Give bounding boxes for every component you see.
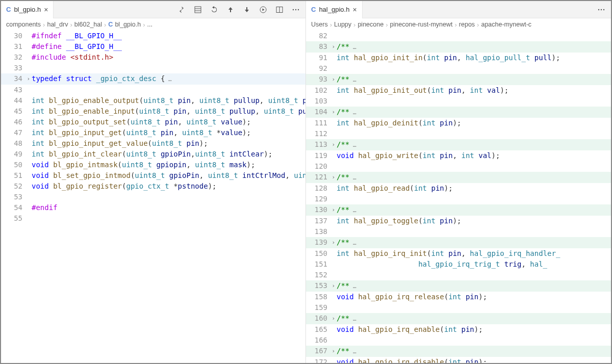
svg-point-10 [601, 9, 602, 10]
crumb[interactable]: repos [459, 21, 475, 28]
code-line[interactable]: 48int bl_gpio_input_get_value(uint8_t pi… [1, 138, 305, 149]
crumb[interactable]: Luppy [334, 21, 351, 28]
code-line[interactable]: 128int hal_gpio_read(int pin); [306, 183, 611, 194]
code-content: void hal_gpio_write(int pin, int val); [337, 150, 611, 161]
code-line[interactable]: 159 [306, 302, 611, 313]
code-line[interactable]: 158void hal_gpio_irq_release(int pin); [306, 292, 611, 302]
fold-chevron-icon[interactable]: › [332, 237, 335, 248]
code-line[interactable]: 93›/** … [306, 74, 611, 85]
code-line[interactable]: 139›/** … [306, 237, 611, 248]
code-line[interactable]: 165void hal_gpio_irq_enable(int pin); [306, 324, 611, 335]
code-line[interactable]: 46int bl_gpio_output_set(uint8_t pin, ui… [1, 117, 305, 127]
fold-chevron-icon[interactable]: › [332, 280, 335, 291]
code-line[interactable]: 113›/** … [306, 139, 611, 150]
line-number: 46 [1, 117, 32, 127]
split-editor-icon[interactable] [275, 5, 284, 14]
code-line[interactable]: 44int bl_gpio_enable_output(uint8_t pin,… [1, 95, 305, 106]
svg-point-8 [298, 9, 299, 10]
code-line[interactable]: 166 [306, 335, 611, 346]
code-line[interactable]: 55 [1, 213, 305, 224]
line-number: 52 [1, 181, 32, 192]
code-content [337, 226, 611, 237]
code-line[interactable]: 53 [1, 192, 305, 202]
code-line[interactable]: 112 [306, 128, 611, 139]
code-line[interactable]: 130›/** … [306, 204, 611, 216]
code-line[interactable]: 172void hal_gpio_irq_disable(int pin); [306, 357, 611, 363]
code-line[interactable]: 30#ifndef __BL_GPIO_H__ [1, 31, 305, 41]
breadcrumb-right[interactable]: Users› Luppy› pinecone› pinecone-rust-my… [306, 18, 611, 31]
more-actions-icon[interactable] [291, 5, 300, 14]
crumb[interactable]: bl_gpio.h [115, 21, 141, 28]
run-icon[interactable] [259, 5, 268, 14]
code-line[interactable]: 33 [1, 63, 305, 73]
fold-chevron-icon[interactable]: › [332, 74, 335, 85]
tab-bl-gpio[interactable]: C bl_gpio.h × [1, 1, 54, 18]
fold-chevron-icon[interactable]: › [332, 204, 335, 215]
code-line[interactable]: 52void bl_gpio_register(gpio_ctx_t *pstn… [1, 181, 305, 192]
chevron-right-icon: › [386, 21, 388, 29]
code-line[interactable]: 104›/** … [306, 107, 611, 118]
fold-chevron-icon[interactable]: › [332, 139, 335, 150]
code-line[interactable]: 129 [306, 194, 611, 204]
code-line[interactable]: 92 [306, 63, 611, 74]
fold-chevron-icon[interactable]: › [332, 41, 335, 52]
crumb[interactable]: hal_drv [47, 21, 68, 28]
tab-bar-right: C hal_gpio.h × [306, 1, 611, 18]
code-line[interactable]: 54#endif [1, 202, 305, 213]
close-icon[interactable]: × [44, 6, 48, 13]
fold-chevron-icon[interactable]: › [332, 313, 335, 324]
code-line[interactable]: 103 [306, 96, 611, 107]
code-line[interactable]: 50void bl_gpio_intmask(uint8_t gpiopin, … [1, 160, 305, 170]
code-line[interactable]: 34›typedef struct _gpio_ctx_desc { … [1, 73, 305, 85]
code-line[interactable]: 151 hal_gpio_irq_trig_t trig, hal_ [306, 259, 611, 270]
crumb[interactable]: bl602_hal [74, 21, 102, 28]
code-line[interactable]: 82 [306, 31, 611, 41]
code-line[interactable]: 167›/** … [306, 346, 611, 357]
code-line[interactable]: 138 [306, 226, 611, 237]
code-line[interactable]: 152 [306, 270, 611, 280]
code-line[interactable]: 43 [1, 85, 305, 95]
crumb[interactable]: apache-mynewt-c [481, 21, 531, 28]
tab-hal-gpio[interactable]: C hal_gpio.h × [306, 1, 363, 18]
code-line[interactable]: 160›/** … [306, 313, 611, 324]
crumb[interactable]: pinecone [358, 21, 384, 28]
crumb[interactable]: ... [147, 21, 152, 28]
line-number: 45 [1, 106, 32, 117]
code-line[interactable]: 45int bl_gpio_enable_input(uint8_t pin, … [1, 106, 305, 117]
line-number: 158 [306, 292, 337, 302]
code-line[interactable]: 119void hal_gpio_write(int pin, int val)… [306, 150, 611, 161]
diff-icon[interactable] [193, 5, 202, 14]
code-line[interactable]: 31#define __BL_GPIO_H__ [1, 41, 305, 52]
chevron-right-icon: › [70, 21, 72, 29]
fold-chevron-icon[interactable]: › [27, 73, 30, 84]
code-line[interactable]: 49int bl_gpio_int_clear(uint8_t gpioPin,… [1, 149, 305, 160]
code-line[interactable]: 111int hal_gpio_deinit(int pin); [306, 118, 611, 128]
crumb[interactable]: pinecone-rust-mynewt [390, 21, 453, 28]
fold-chevron-icon[interactable]: › [332, 346, 335, 356]
code-line[interactable]: 47int bl_gpio_input_get(uint8_t pin, uin… [1, 127, 305, 138]
crumb[interactable]: Users [311, 21, 328, 28]
compare-icon[interactable] [177, 5, 186, 14]
code-editor-right[interactable]: 8283›/** …91int hal_gpio_init_in(int pin… [306, 31, 611, 363]
close-icon[interactable]: × [352, 6, 356, 13]
next-change-icon[interactable] [242, 5, 251, 14]
code-line[interactable]: 51void bl_set_gpio_intmod(uint8_t gpioPi… [1, 170, 305, 181]
breadcrumb-left[interactable]: components› hal_drv› bl602_hal› C bl_gpi… [1, 18, 305, 31]
code-editor-left[interactable]: 30#ifndef __BL_GPIO_H__31#define __BL_GP… [1, 31, 305, 363]
code-line[interactable]: 137int hal_gpio_toggle(int pin); [306, 216, 611, 226]
fold-chevron-icon[interactable]: › [332, 107, 335, 117]
code-line[interactable]: 102int hal_gpio_init_out(int pin, int va… [306, 85, 611, 96]
revert-icon[interactable] [210, 5, 219, 14]
fold-chevron-icon[interactable]: › [332, 172, 335, 183]
code-line[interactable]: 150int hal_gpio_irq_init(int pin, hal_gp… [306, 248, 611, 259]
code-content: int bl_gpio_input_get_value(uint8_t pin)… [32, 138, 305, 149]
code-line[interactable]: 32#include <stdint.h> [1, 52, 305, 63]
code-line[interactable]: 83›/** … [306, 41, 611, 53]
code-line[interactable]: 153›/** … [306, 280, 611, 292]
more-actions-icon[interactable] [597, 5, 606, 14]
code-line[interactable]: 120 [306, 161, 611, 172]
prev-change-icon[interactable] [226, 5, 235, 14]
code-line[interactable]: 91int hal_gpio_init_in(int pin, hal_gpio… [306, 53, 611, 63]
crumb[interactable]: components [6, 21, 41, 28]
code-line[interactable]: 121›/** … [306, 172, 611, 183]
